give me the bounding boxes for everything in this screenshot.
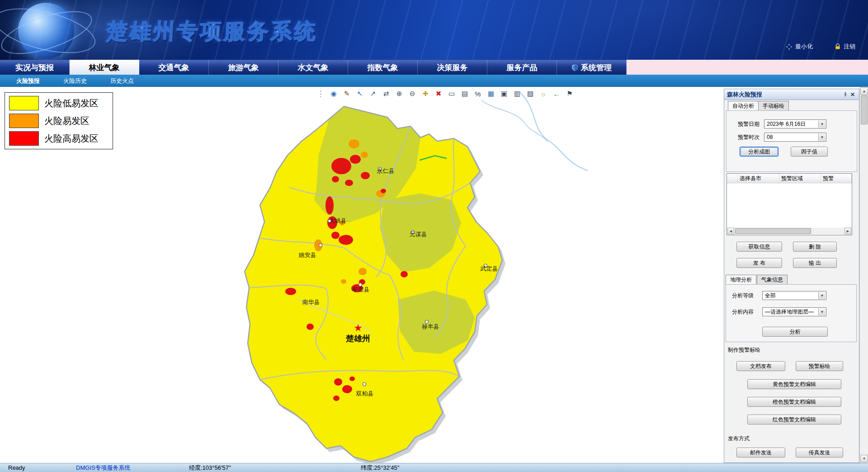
minimize-button[interactable]: 最小化 [786,43,813,51]
map-toolbar: ⋮ ◉ ✎ ↖ ↗ ⇄ ⊕ ⊖ ✚ ✖ ▭ ▤ % ▦ ▣ ▥ ▨ ☼ ← ⚑ [316,89,575,99]
delete-button[interactable]: 删 除 [793,242,837,252]
yellow-doc-edit-button[interactable]: 黄色预警文档编辑 [747,379,841,389]
output-button[interactable]: 输 出 [793,258,837,268]
factor-value-button[interactable]: 因子值 [791,147,828,157]
globe-icon [18,3,74,59]
subtab-geo-analysis[interactable]: 地理分析 [726,275,756,284]
vscroll-thumb[interactable] [861,95,868,124]
clear-icon[interactable]: ✖ [434,89,443,99]
warning-date-select[interactable]: 2023年 6月16日 ▼ [764,119,826,129]
tab-hydrology-weather[interactable]: 水文气象 [278,60,348,75]
flag-icon[interactable]: ⚑ [565,89,575,99]
status-system-link[interactable]: DMGIS专项服务系统 [71,464,184,472]
table-col-blank[interactable] [727,174,738,183]
logout-button[interactable]: 注销 [835,43,855,51]
minimize-icon [786,43,793,50]
back-icon[interactable]: ← [552,89,561,99]
warning-plot-button[interactable]: 预警标绘 [796,361,843,371]
tab-decision-service[interactable]: 决策服务 [418,60,487,75]
subtab-weather-info[interactable]: 气象信息 [757,275,788,284]
panel-tab-manual-plot[interactable]: 手动标绘 [758,101,789,110]
app-title: 楚雄州专项服务系统 [105,17,318,46]
subnav-historical-fire-points[interactable]: 历史火点 [110,77,134,85]
subnav-fire-risk-history[interactable]: 火险历史 [63,77,87,85]
sub-nav: 火险预报 火险历史 历史火点 [0,75,868,87]
hscroll-thumb[interactable] [735,228,811,234]
tab-index-weather[interactable]: 指数气象 [348,60,418,75]
chart-icon[interactable]: ▦ [486,89,496,99]
analysis-content-label: 分析内容 [732,307,754,316]
globe-icon[interactable]: ◉ [329,89,339,99]
warning-table-header: 选择县市 预警区域 预警 [727,174,852,183]
analyze-button[interactable]: 分析 [762,327,828,337]
tab-traffic-weather[interactable]: 交通气象 [139,60,209,75]
tab-tourism-weather[interactable]: 旅游气象 [209,60,278,75]
save-icon[interactable]: ▥ [512,89,522,99]
pin-icon[interactable] [842,91,849,98]
scroll-left-icon[interactable]: ◀ [727,228,734,234]
globe-ring [0,2,97,60]
scroll-up-icon[interactable]: ▲ [860,87,868,95]
panel-body: 自动分析 手动标绘 预警日期 2023年 6月16日 ▼ 预警时次 08 ▼ 分… [724,100,859,462]
status-bar: Ready DMGIS专项服务系统 经度:103°56'57" 纬度:25°32… [0,463,868,472]
status-latitude: 纬度:25°32'45" [356,464,404,472]
image-icon[interactable]: ▣ [499,89,509,99]
select-arrow-icon[interactable]: ↖ [355,89,365,99]
status-ready: Ready [4,464,71,471]
swap-view-icon[interactable]: ⇄ [381,89,391,99]
analysis-content-select[interactable]: —请选择地理图层— ▼ [762,307,826,316]
full-extent-icon[interactable]: ▭ [447,89,457,99]
print-icon[interactable]: ▨ [525,89,535,99]
capital-star-icon: ★ [354,322,363,334]
legend-swatch-red [9,131,39,146]
warning-time-select[interactable]: 08 ▼ [764,133,826,142]
highlight-icon[interactable]: ☼ [538,89,548,99]
zoom-in-icon[interactable]: ⊕ [394,89,404,99]
plot-section-label: 制作预警标绘 [728,346,760,354]
minimize-label: 最小化 [795,43,813,51]
tab-live-forecast[interactable]: 实况与预报 [0,60,70,75]
panel-vscrollbar[interactable]: ▲ ▼ [859,87,868,463]
panel-tab-auto-analysis[interactable]: 自动分析 [728,101,759,110]
warning-time-label: 预警时次 [738,133,760,142]
analyze-map-button[interactable]: 分析成图 [740,147,778,157]
header-actions: 最小化 注销 [786,43,855,51]
analysis-level-select[interactable]: 全部 ▼ [762,291,826,300]
tab-forestry-weather[interactable]: 林业气象 [70,60,139,75]
publish-mode-label: 发布方式 [728,435,750,443]
zoom-out-icon[interactable]: ⊖ [407,89,417,99]
county-label: 双柏县 [356,390,374,397]
sketch-icon[interactable]: ✎ [342,89,352,99]
table-col-county[interactable]: 选择县市 [738,174,779,183]
tab-system-management[interactable]: 系统管理 [557,60,627,75]
scroll-right-icon[interactable]: ▶ [844,228,851,234]
red-doc-edit-button[interactable]: 红色预警文档编辑 [747,415,841,424]
table-col-region[interactable]: 预警区域 [779,174,821,183]
doc-publish-button[interactable]: 文档发布 [736,361,785,371]
toolbar-grip[interactable]: ⋮ [316,89,326,99]
chevron-down-icon: ▼ [818,133,826,141]
table-hscrollbar[interactable]: ◀ ▶ [727,228,851,234]
select-features-icon[interactable]: ↗ [368,89,378,99]
lock-icon [835,43,841,50]
get-info-button[interactable]: 获取信息 [736,242,782,252]
table-col-warning[interactable]: 预警 [821,174,852,183]
orange-doc-edit-button[interactable]: 橙色预警文档编辑 [747,397,841,407]
logout-label: 注销 [844,43,855,51]
subnav-fire-risk-forecast[interactable]: 火险预报 [16,77,40,85]
county-label: 禄丰县 [422,323,439,330]
pan-icon[interactable]: ✚ [420,89,430,99]
tab-service-products[interactable]: 服务产品 [487,60,557,75]
email-send-button[interactable]: 邮件发送 [736,448,785,458]
scale-ratio-icon[interactable]: % [473,89,483,99]
chevron-down-icon: ▼ [818,292,826,299]
fax-send-button[interactable]: 传真发送 [796,448,843,458]
legend-swatch-yellow [9,96,39,110]
close-icon[interactable]: ✕ [849,91,856,98]
river-lines [481,92,588,171]
publish-button[interactable]: 发 布 [736,258,782,268]
scroll-down-icon[interactable]: ▼ [860,455,868,462]
export-icon[interactable]: ▤ [460,89,470,99]
county-label: 武定县 [480,265,498,272]
chevron-down-icon: ▼ [818,308,826,315]
